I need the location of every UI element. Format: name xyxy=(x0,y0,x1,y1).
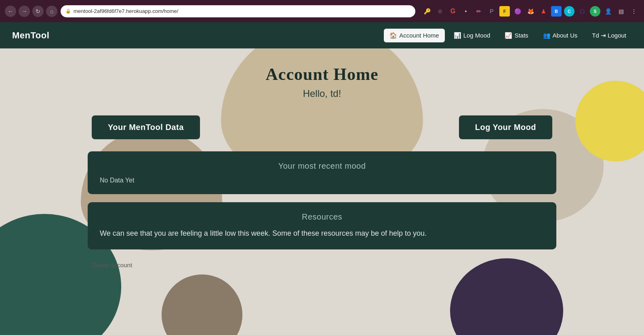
url-text: mentool-2af96fd6f7e7.herokuapp.com/home/ xyxy=(74,8,178,14)
green-ext-icon[interactable]: S xyxy=(590,6,600,17)
menu-icon[interactable]: ⋮ xyxy=(629,6,639,17)
brown-ext-icon[interactable]: 🦊 xyxy=(525,6,536,17)
home-icon: 🏠 xyxy=(389,32,397,39)
nav-account-home[interactable]: 🏠 Account Home xyxy=(384,29,444,42)
cyan-ext-icon[interactable]: C xyxy=(564,6,575,17)
browser-controls: ← → ↻ ⌂ xyxy=(5,6,57,17)
navbar: MenTool 🏠 Account Home 📊 Log Mood 📈 Stat… xyxy=(0,22,644,48)
action-buttons: Your MenTool Data Log Your Mood xyxy=(88,115,556,139)
nav-stats[interactable]: 📈 Stats xyxy=(499,29,534,42)
nav-account-home-label: Account Home xyxy=(399,32,439,39)
page-title: Account Home xyxy=(88,65,556,84)
purple-ext-icon[interactable]: 🟣 xyxy=(512,6,523,17)
profile-icon[interactable]: 👤 xyxy=(603,6,613,17)
chess-ext-icon[interactable]: ♟ xyxy=(538,6,549,17)
ext-icon-2[interactable]: ⬡ xyxy=(577,6,587,17)
about-icon: 👥 xyxy=(543,32,551,39)
brand-name: MenTool xyxy=(12,30,49,41)
delete-account-link[interactable]: Delete account xyxy=(92,262,132,268)
main-content: Account Home Hello, td! Your MenTool Dat… xyxy=(0,48,644,335)
navbar-links: 🏠 Account Home 📊 Log Mood 📈 Stats 👥 Abou… xyxy=(384,29,632,42)
key-icon[interactable]: 🔑 xyxy=(422,6,432,17)
browser-back[interactable]: ← xyxy=(5,6,16,17)
nav-log-mood[interactable]: 📊 Log Mood xyxy=(448,29,496,42)
star-icon[interactable]: ☆ xyxy=(435,6,445,17)
mood-card-title: Your most recent mood xyxy=(100,161,544,171)
stats-icon: 📈 xyxy=(505,32,512,39)
lock-icon: 🔒 xyxy=(65,8,71,14)
resources-card-content: We can see that you are feeling a little… xyxy=(100,228,544,239)
nav-logout-label: Td ⇥ Logout xyxy=(592,32,626,39)
mentool-data-button[interactable]: Your MenTool Data xyxy=(92,115,200,139)
page-subtitle: Hello, td! xyxy=(88,88,556,99)
ext-dot-icon[interactable]: • xyxy=(461,6,471,17)
mood-card: Your most recent mood No Data Yet xyxy=(88,151,556,194)
nav-log-mood-label: Log Mood xyxy=(463,32,490,39)
mood-card-content: No Data Yet xyxy=(100,177,544,184)
delete-account-section: Delete account xyxy=(88,258,556,273)
browser-icons: 🔑 ☆ G • ✏ P F 🟣 🦊 ♟ B C ⬡ S 👤 ▤ ⋮ xyxy=(422,6,639,17)
browser-forward[interactable]: → xyxy=(19,6,30,17)
yellow-ext-icon[interactable]: F xyxy=(499,6,510,17)
resources-card: Resources We can see that you are feelin… xyxy=(88,202,556,249)
page-content: Account Home Hello, td! Your MenTool Dat… xyxy=(80,48,564,285)
nav-about-us[interactable]: 👥 About Us xyxy=(537,29,583,42)
pencil-icon[interactable]: ✏ xyxy=(474,6,484,17)
log-mood-icon: 📊 xyxy=(454,32,461,39)
browser-home[interactable]: ⌂ xyxy=(46,6,57,17)
resources-card-title: Resources xyxy=(100,212,544,222)
blue-ext-icon[interactable]: B xyxy=(551,6,562,17)
sidebar-icon[interactable]: ▤ xyxy=(616,6,626,17)
p-ext-icon[interactable]: P xyxy=(486,6,497,17)
log-your-mood-button[interactable]: Log Your Mood xyxy=(459,115,552,139)
g-extension-icon[interactable]: G xyxy=(448,6,458,17)
browser-refresh[interactable]: ↻ xyxy=(32,6,44,17)
nav-stats-label: Stats xyxy=(514,32,528,39)
nav-about-us-label: About Us xyxy=(553,32,578,39)
address-bar[interactable]: 🔒 mentool-2af96fd6f7e7.herokuapp.com/hom… xyxy=(61,5,415,17)
nav-logout[interactable]: Td ⇥ Logout xyxy=(586,29,632,42)
browser-chrome: ← → ↻ ⌂ 🔒 mentool-2af96fd6f7e7.herokuapp… xyxy=(0,0,644,22)
